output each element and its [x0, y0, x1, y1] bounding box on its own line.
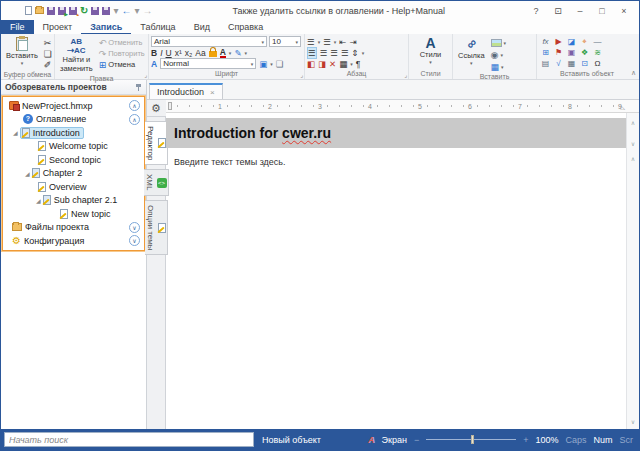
align-center-button[interactable]: ☰: [320, 48, 328, 58]
zoom-percent[interactable]: 100%: [535, 435, 558, 445]
bold-button[interactable]: B: [151, 48, 157, 58]
borders-button[interactable]: ▦: [339, 59, 347, 69]
zoom-slider-thumb[interactable]: [471, 435, 474, 444]
paragraph-style-select[interactable]: Normal▾: [160, 58, 256, 69]
expander-icon[interactable]: ◢: [25, 170, 30, 177]
undo-button[interactable]: ↶Отменить: [98, 38, 146, 48]
heading-scroll-down-icon[interactable]: ∨: [631, 140, 635, 147]
align-justify-button[interactable]: ☰: [341, 48, 349, 58]
paste-button[interactable]: Вставить ▾: [3, 36, 41, 70]
pin-icon[interactable]: [135, 83, 142, 92]
topic-content[interactable]: Introduction for cwer.ru Введите текст т…: [166, 113, 626, 429]
clear-format-button[interactable]: ❏: [276, 59, 284, 69]
align-left-button[interactable]: ☰: [307, 47, 317, 59]
insert-formula-button[interactable]: √: [556, 59, 560, 69]
change-case-button[interactable]: Aa: [195, 48, 205, 58]
back-dropdown-icon[interactable]: ▾: [134, 6, 139, 16]
tree-item-newtopic[interactable]: New topic: [4, 207, 143, 221]
format-painter-button[interactable]: ✐: [43, 60, 53, 70]
insert-fields-button[interactable]: ▤: [542, 59, 550, 69]
zoom-out-icon[interactable]: −: [414, 435, 419, 445]
heading-scroll-up-icon[interactable]: ∧: [631, 119, 635, 126]
insert-table2-button[interactable]: ▦: [568, 59, 576, 69]
tree-item-project-files[interactable]: Файлы проекта ∨: [4, 221, 143, 235]
find-replace-button[interactable]: AB⇢AC Найти и заменить: [57, 36, 96, 74]
indent-button[interactable]: ⇥: [349, 37, 356, 47]
insert-table-button[interactable]: ▦▾: [490, 62, 508, 72]
font-size-select[interactable]: 10▾: [269, 36, 301, 47]
body-scroll-down-icon[interactable]: ∨: [631, 418, 635, 429]
ruler[interactable]: 123456789 ◺: [166, 100, 639, 113]
superscript-button[interactable]: x¹: [175, 48, 182, 58]
font-color-button[interactable]: A: [220, 48, 226, 58]
collapse-down-icon[interactable]: ∨: [129, 235, 140, 246]
tree-item-project[interactable]: NewProject.hmxp ∧: [4, 99, 143, 113]
tree-item-subchapter[interactable]: ◢ Sub chapter 2.1: [4, 194, 143, 208]
ribbon-options-button[interactable]: ⊡: [547, 4, 569, 18]
zoom-mode-label[interactable]: Экран: [382, 435, 407, 445]
insert-image-button[interactable]: ▾: [490, 38, 508, 48]
underline-button[interactable]: U: [166, 48, 172, 58]
insert-anchor-button[interactable]: ⌖: [582, 37, 587, 47]
tree-item-configuration[interactable]: ⚙ Конфигурация ∨: [4, 234, 143, 248]
insert-video-button[interactable]: ◉▾: [490, 50, 508, 60]
link-button[interactable]: ∞ Ссылка ▾: [455, 36, 488, 72]
tree-item-chapter2[interactable]: ◢ Chapter 2: [4, 167, 143, 181]
cancel-button[interactable]: ⊞Отмена: [98, 60, 146, 70]
cut-button[interactable]: ✂: [43, 38, 53, 48]
insert-marker-button[interactable]: ⚑: [555, 48, 562, 58]
no-format-button[interactable]: ✕: [329, 59, 336, 69]
insert-frame-button[interactable]: ⊡: [581, 59, 588, 69]
inline-style-dropdown-icon[interactable]: ▾: [270, 61, 273, 67]
insert-conditional-button[interactable]: ▶: [555, 37, 561, 47]
minimize-button[interactable]: –: [569, 4, 591, 18]
highlight-dropdown-icon[interactable]: ▾: [245, 50, 248, 56]
expander-icon[interactable]: ◢: [13, 129, 18, 136]
back-icon[interactable]: ←: [121, 6, 131, 16]
tree-item-introduction[interactable]: ◢ Introduction: [4, 126, 143, 140]
tree-item-toc[interactable]: ? Оглавление ∧: [4, 113, 143, 127]
tab-file[interactable]: File: [1, 20, 34, 34]
line-spacing-button[interactable]: ⇕: [352, 48, 359, 58]
tree-item-welcome[interactable]: Welcome topic: [4, 140, 143, 154]
edit-dialog-launcher[interactable]: ⌟: [144, 71, 147, 78]
insert-field-button[interactable]: fx: [542, 37, 548, 47]
insert-palette-button[interactable]: ❖: [581, 48, 588, 58]
topic-body-text[interactable]: Введите текст темы здесь.: [166, 148, 626, 167]
refresh-icon[interactable]: ↻: [80, 6, 88, 16]
protect-text-icon[interactable]: [209, 51, 217, 57]
text-box-left-button[interactable]: ◧: [307, 59, 315, 69]
copy-button[interactable]: ❏: [43, 49, 53, 59]
compile-run-icon[interactable]: [58, 7, 66, 15]
insert-link-target-button[interactable]: ◪: [568, 37, 576, 47]
font-color-dropdown-icon[interactable]: ▾: [229, 50, 232, 56]
subscript-button[interactable]: x₂: [185, 48, 193, 58]
collapse-up-icon[interactable]: ∧: [129, 100, 140, 111]
document-tab-introduction[interactable]: Introduction ×: [149, 83, 223, 99]
font-family-select[interactable]: Arial▾: [151, 36, 267, 47]
insert-snippet-button[interactable]: ≋: [594, 48, 601, 58]
align-right-button[interactable]: ☰: [330, 48, 338, 58]
side-tab-topic-options[interactable]: Опции темы: [145, 200, 168, 256]
tab-table[interactable]: Таблица: [131, 20, 184, 34]
inline-style-button[interactable]: ▣: [259, 59, 267, 69]
bullet-list-button[interactable]: ☰: [307, 37, 315, 47]
editor-settings-gear-icon[interactable]: ⚙: [147, 100, 166, 117]
redo-button[interactable]: ↷Повторить: [98, 49, 146, 59]
maximize-button[interactable]: □: [591, 4, 613, 18]
tab-view[interactable]: Вид: [185, 20, 219, 34]
tab-write[interactable]: Запись: [81, 20, 131, 34]
publish-icon[interactable]: [69, 7, 77, 15]
side-tab-editor[interactable]: Редактор: [145, 121, 168, 165]
help-button[interactable]: ?: [525, 4, 547, 18]
tab-close-icon[interactable]: ×: [210, 88, 215, 97]
save-all-icon[interactable]: [102, 7, 110, 15]
font-dialog-launcher[interactable]: ⌟: [300, 71, 303, 78]
tree-item-second[interactable]: Second topic: [4, 153, 143, 167]
open-project-icon[interactable]: [35, 7, 44, 14]
collapse-down-icon[interactable]: ∨: [129, 222, 140, 233]
topic-heading-bar[interactable]: Introduction for cwer.ru: [166, 118, 626, 148]
paragraph-dialog-launcher[interactable]: ⌟: [404, 71, 407, 78]
insert-window-button[interactable]: ▣: [568, 48, 576, 58]
right-indent-marker[interactable]: ◺: [620, 103, 625, 110]
